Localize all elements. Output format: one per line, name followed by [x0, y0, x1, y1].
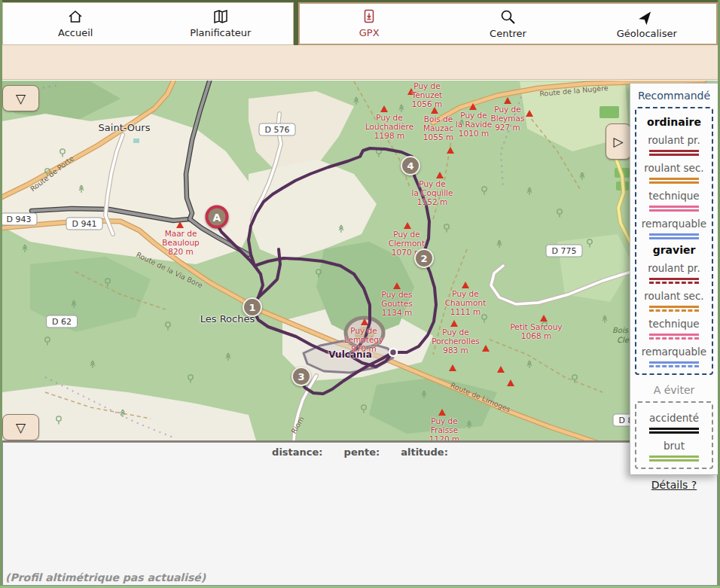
legend-line-solid — [649, 178, 699, 180]
toolbar-group-left: Accueil Planificateur — [2, 2, 294, 45]
route-waypoint-1[interactable]: 1 — [243, 297, 262, 317]
toolbar-group-right: GPX Centrer Géolocaliser — [298, 2, 718, 45]
legend-item-lines — [649, 332, 699, 340]
page-border-left — [0, 0, 2, 588]
legend-line-solid — [649, 237, 699, 239]
legend-item: technique — [648, 318, 699, 340]
legend-line-solid — [649, 150, 699, 152]
legend-item: technique — [648, 190, 699, 212]
tree-icon — [527, 361, 532, 368]
tree-icon — [45, 337, 50, 346]
trail-path — [433, 249, 467, 355]
distance-label: distance: — [272, 446, 322, 458]
legend-line-dashed — [649, 309, 699, 312]
legend-avoid-box: accidentébrut — [635, 401, 713, 469]
tree-icon — [444, 224, 449, 233]
search-icon — [500, 9, 516, 25]
tree-icon — [482, 187, 487, 195]
route-waypoint-3[interactable]: 3 — [291, 367, 311, 386]
legend-item-lines — [649, 176, 699, 184]
legend-line-dashed — [649, 365, 699, 367]
legend-recommended-box: ordinaireroulant pr.roulant sec.techniqu… — [635, 107, 713, 375]
legend-item-label: accidenté — [649, 412, 699, 424]
legend-line-solid — [649, 206, 699, 208]
legend-item-lines — [649, 276, 699, 284]
legend-avoid-title: A éviter — [654, 384, 695, 396]
navigation-icon — [639, 9, 654, 25]
tree-icon — [362, 405, 366, 413]
tree-icon — [542, 322, 547, 331]
landcover-patch — [249, 91, 354, 174]
map-profile-divider — [2, 440, 718, 442]
legend-item-label: roulant pr. — [648, 134, 700, 146]
legend-avoid-item: accidenté — [649, 412, 699, 434]
tree-icon — [166, 322, 170, 331]
legend-line-solid — [649, 431, 699, 434]
trail-path — [490, 340, 603, 392]
legend-group-title-ordinaire: ordinaire — [647, 116, 701, 128]
landcover-patch — [369, 377, 497, 434]
expand-legend-button[interactable]: ▷ — [606, 123, 631, 160]
geolocaliser-button[interactable]: Géolocaliser — [578, 4, 716, 44]
map-canvas[interactable]: Saint-OursLes RochesVulcaniaPuy deTénuze… — [2, 81, 718, 440]
home-icon — [67, 9, 84, 24]
water-patch — [133, 139, 139, 143]
landcover-patch — [30, 257, 151, 332]
pente-label: pente: — [344, 446, 380, 458]
legend-line-dashed — [649, 282, 699, 284]
tree-icon — [23, 245, 27, 252]
planificateur-button[interactable]: Planificateur — [148, 3, 294, 44]
gpx-file-icon — [362, 9, 376, 24]
legend-item: roulant sec. — [644, 290, 703, 312]
gpx-label: GPX — [359, 27, 380, 38]
tree-icon — [90, 361, 95, 368]
legend-item-lines — [649, 232, 699, 239]
legend-item: remarquable — [642, 346, 706, 367]
legend-item-lines — [649, 360, 699, 367]
profile-header: distance: pente: altitude: — [3, 446, 717, 458]
folded-map-icon — [212, 9, 229, 24]
legend-item-lines — [649, 454, 699, 462]
planificateur-label: Planificateur — [190, 27, 251, 38]
legend-line-solid — [649, 455, 699, 458]
legend-panel: Recommandé ordinaireroulant pr.roulant s… — [630, 83, 718, 475]
legend-line-solid — [649, 361, 699, 364]
legend-item-label: roulant sec. — [644, 162, 703, 174]
route-node-marker — [389, 349, 397, 356]
accueil-button[interactable]: Accueil — [3, 3, 148, 44]
landcover-patch — [2, 385, 256, 440]
legend-title: Recommandé — [638, 90, 710, 102]
legend-details-link[interactable]: Détails ? — [651, 479, 697, 491]
legend-avoid-item: brut — [649, 440, 699, 462]
legend-item: roulant sec. — [644, 162, 703, 184]
tree-icon — [459, 120, 464, 127]
tree-icon — [527, 187, 532, 195]
gpx-button[interactable]: GPX — [300, 4, 438, 44]
legend-item-lines — [649, 204, 699, 212]
tree-icon — [603, 315, 607, 323]
route-waypoint-A[interactable]: A — [206, 206, 229, 229]
landcover-patch — [557, 234, 633, 302]
collapse-bottom-panel-button[interactable]: ▽ — [2, 414, 39, 440]
centrer-label: Centrer — [490, 28, 526, 39]
legend-item-lines — [649, 148, 699, 156]
tree-icon — [482, 315, 487, 323]
legend-item-label: roulant pr. — [648, 262, 700, 274]
legend-line-solid — [649, 428, 699, 430]
trail-path — [354, 81, 410, 189]
legend-line-dashed — [649, 337, 699, 340]
tree-icon — [226, 353, 230, 361]
geolocaliser-label: Géolocaliser — [617, 28, 677, 39]
legend-line-solid — [649, 306, 699, 308]
route-waypoint-4[interactable]: 4 — [401, 156, 420, 175]
legend-item-label: brut — [664, 440, 685, 452]
legend-line-solid — [649, 209, 699, 212]
collapse-top-panel-button[interactable]: ▽ — [2, 85, 39, 111]
legend-item-label: technique — [648, 318, 699, 330]
tree-icon — [399, 105, 404, 112]
legend-item-lines — [649, 304, 699, 312]
legend-item: remarquable — [642, 218, 706, 239]
boundary-path — [501, 91, 523, 189]
route-waypoint-2[interactable]: 2 — [414, 248, 434, 268]
centrer-button[interactable]: Centrer — [438, 4, 577, 44]
